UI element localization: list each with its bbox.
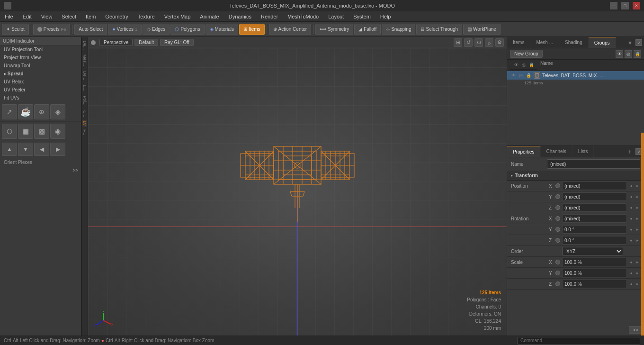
position-x-input[interactable] — [562, 182, 627, 190]
tab-items[interactable]: Items — [507, 37, 530, 48]
tool-icon-2[interactable]: ☕ — [18, 104, 33, 119]
fit-uvs-tool[interactable]: Fit UVs — [0, 94, 81, 102]
tab-groups[interactable]: Groups — [589, 37, 616, 48]
materials-button[interactable]: ◈ Materials — [206, 24, 239, 35]
spread-group[interactable]: ▸ Spread — [0, 70, 81, 78]
falloff-button[interactable]: ◢ Falloff — [354, 24, 381, 35]
uv-relax-tool[interactable]: UV Relax — [0, 78, 81, 86]
viewport-canvas[interactable]: 125 Items Polygons : Face Channels: 0 De… — [88, 48, 507, 336]
edges-button[interactable]: ◇ Edges — [143, 24, 170, 35]
rotation-y-end[interactable]: ◂ — [628, 226, 634, 233]
uv-projection-tool[interactable]: UV Projection Tool — [0, 45, 81, 54]
tool-icon-8[interactable]: ◉ — [50, 124, 65, 139]
position-x-end[interactable]: ◂ — [628, 182, 634, 190]
scale-z-input[interactable] — [562, 280, 627, 288]
scale-y-circle[interactable] — [555, 271, 560, 275]
col-icon-lock[interactable]: 🔒 — [634, 50, 641, 58]
strip-label-7[interactable]: F... — [82, 127, 87, 137]
position-y-end[interactable]: ◂ — [628, 193, 634, 200]
tab-channels[interactable]: Channels — [541, 146, 572, 157]
rotation-x-end[interactable]: ◂ — [628, 215, 634, 222]
vp-icon-grid[interactable]: ⊞ — [454, 38, 462, 47]
items-button[interactable]: ⊞ Items — [239, 24, 264, 35]
vertices-button[interactable]: ● Vertices 1 — [108, 24, 142, 35]
row-eye-icon[interactable]: 👁 — [510, 72, 517, 79]
menu-help[interactable]: Help — [376, 11, 396, 21]
strip-label-2[interactable]: Mes... — [82, 53, 87, 68]
transform-group-header[interactable]: ▸ Transform — [507, 171, 644, 181]
position-y-input[interactable] — [562, 192, 627, 201]
symmetry-button[interactable]: ⟺ Symmetry — [315, 24, 353, 35]
tool-icon-3[interactable]: ⊕ — [34, 104, 49, 119]
position-y-circle[interactable] — [555, 194, 560, 199]
vp-icon-search[interactable]: ⌕ — [485, 38, 493, 47]
vp-icon-look[interactable]: ⊙ — [474, 38, 483, 47]
maximize-button[interactable]: □ — [621, 2, 629, 9]
uv-peeler-tool[interactable]: UV Peeler — [0, 86, 81, 94]
default-button[interactable]: Default — [134, 39, 158, 46]
position-z-end2[interactable]: ▸ — [635, 204, 640, 211]
strip-label-5[interactable]: Pol... — [82, 94, 87, 108]
perspective-button[interactable]: Perspective — [99, 39, 133, 46]
rotation-z-end[interactable]: ◂ — [628, 236, 634, 244]
menu-meshtomodo[interactable]: MeshToModo — [283, 11, 323, 21]
panel-resize-btn[interactable]: ⤢ — [635, 39, 642, 46]
expand-button[interactable]: >> — [0, 167, 81, 174]
strip-label-4[interactable]: E... — [82, 83, 87, 93]
project-from-view[interactable]: Project from View — [0, 54, 81, 62]
rotation-y-circle[interactable] — [555, 227, 560, 232]
menu-select[interactable]: Select — [57, 11, 81, 21]
menu-render[interactable]: Render — [256, 11, 283, 21]
vp-icon-cam[interactable]: ↺ — [464, 38, 473, 47]
sculpt-button[interactable]: ✦ Sculpt — [2, 24, 29, 35]
menu-view[interactable]: View — [36, 11, 57, 21]
workplane-button[interactable]: ▤ WorkPlane — [463, 24, 501, 35]
scale-x-circle[interactable] — [555, 260, 560, 264]
menu-dynamics[interactable]: Dynamics — [224, 11, 256, 21]
scale-y-end2[interactable]: ▸ — [635, 269, 640, 277]
position-x-circle[interactable] — [555, 183, 560, 188]
rotation-x-end2[interactable]: ▸ — [635, 215, 640, 222]
menu-texture[interactable]: Texture — [133, 11, 160, 21]
arrow-down-button[interactable]: ▼ — [18, 143, 33, 156]
tool-icon-4[interactable]: ◈ — [50, 104, 65, 119]
position-z-circle[interactable] — [555, 205, 560, 210]
scale-y-end[interactable]: ◂ — [628, 269, 634, 277]
arrow-right-button[interactable]: ▶ — [50, 143, 65, 156]
tool-icon-6[interactable]: ▦ — [18, 124, 33, 139]
command-input[interactable] — [520, 338, 637, 343]
name-input[interactable] — [547, 159, 640, 169]
select-through-button[interactable]: ⊟ Select Through — [416, 24, 462, 35]
scale-y-input[interactable] — [562, 269, 627, 277]
panel-add-tab[interactable]: ▾ — [625, 37, 635, 48]
row-lock-icon[interactable]: 🔒 — [525, 72, 532, 79]
position-x-end2[interactable]: ▸ — [635, 182, 640, 190]
menu-layout[interactable]: Layout — [323, 11, 349, 21]
vp-icon-settings[interactable]: ⚙ — [495, 38, 504, 47]
scale-z-end[interactable]: ◂ — [628, 280, 634, 288]
presets-button[interactable]: Presets F6 — [33, 24, 70, 35]
menu-edit[interactable]: Edit — [18, 11, 36, 21]
col-icon-eye[interactable]: 👁 — [616, 50, 623, 58]
scale-x-input[interactable] — [562, 258, 627, 266]
menu-vertex-map[interactable]: Vertex Map — [160, 11, 196, 21]
strip-label-6[interactable]: C... — [82, 109, 87, 119]
scale-z-end2[interactable]: ▸ — [635, 280, 640, 288]
order-select[interactable]: XYZ — [562, 247, 623, 255]
rotation-z-end2[interactable]: ▸ — [635, 236, 640, 244]
rotation-y-input[interactable] — [562, 225, 627, 234]
polygons-button[interactable]: ⬡ Polygons — [170, 24, 204, 35]
tool-icon-1[interactable]: ↗ — [2, 104, 17, 119]
tab-mesh[interactable]: Mesh ... — [530, 37, 559, 48]
menu-file[interactable]: File — [0, 11, 18, 21]
menu-geometry[interactable]: Geometry — [100, 11, 133, 21]
menu-animate[interactable]: Animate — [195, 11, 224, 21]
position-z-end[interactable]: ◂ — [628, 204, 634, 211]
tab-shading[interactable]: Shading — [559, 37, 589, 48]
rotation-z-circle[interactable] — [555, 238, 560, 243]
close-button[interactable]: ✕ — [633, 2, 640, 9]
menu-system[interactable]: System — [349, 11, 376, 21]
menu-item[interactable]: Item — [81, 11, 100, 21]
prop-add-tab[interactable]: + — [624, 146, 635, 157]
raygl-button[interactable]: Ray GL: Off — [160, 39, 194, 46]
